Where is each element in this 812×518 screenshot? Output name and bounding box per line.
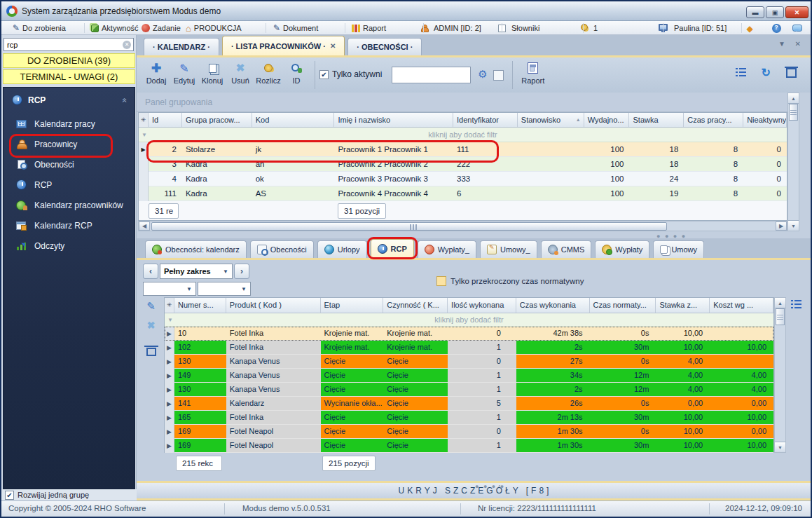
fit-columns-icon[interactable] (146, 348, 156, 356)
detail-tab[interactable]: Wypłaty_ (418, 240, 476, 258)
help-icon[interactable] (769, 22, 783, 34)
sidebar-item[interactable]: Kalendarz pracy (4, 114, 135, 134)
tab-kalendarz[interactable]: · KALENDARZ · (144, 38, 219, 55)
usun-button[interactable]: Usuń (226, 61, 254, 85)
next-range-button[interactable]: › (234, 264, 249, 279)
sidebar-item[interactable]: Odczyty (4, 236, 135, 256)
vertical-scrollbar[interactable]: ▲ ▼ (787, 93, 799, 231)
column-header[interactable]: Stawka z... (656, 298, 710, 313)
rcp-row[interactable]: ▶ 149 Kanapa Venus Cięcie Cięcie 1 34s 1… (165, 369, 773, 383)
rcp-row[interactable]: ▶ 169 Fotel Neapol Cięcie Cięcie 0 1m 30… (165, 425, 773, 439)
column-header[interactable]: Id (149, 113, 182, 127)
rozlicz-button[interactable]: Rozlicz (254, 61, 282, 85)
toolbar-search-input[interactable] (392, 67, 471, 83)
rcp-row[interactable]: ▶ 169 Fotel Neapol Cięcie Cięcie 1 1m 30… (165, 439, 773, 453)
menu-item[interactable]: Raport (352, 21, 386, 35)
edit-pencil-icon[interactable] (146, 300, 156, 313)
column-header[interactable]: Wydajno... (584, 113, 630, 127)
paint-icon[interactable] (743, 22, 757, 34)
tab-lista-pracownikow[interactable]: · LISTA PRACOWNIKÓW · ✕ (222, 36, 345, 55)
column-header[interactable]: Koszt wg ... (710, 298, 773, 313)
rcp-row[interactable]: ▶ 10 Fotel Inka Krojenie mat. Krojenie m… (165, 327, 773, 341)
vertical-scrollbar[interactable]: ▲ ▼ (774, 297, 786, 453)
rcp-row[interactable]: ▶ 102 Fotel Inka Krojenie mat. Krojenie … (165, 341, 773, 355)
collapse-chevron-icon[interactable]: « (121, 97, 130, 102)
detail-tab[interactable]: Umowy_ (480, 240, 537, 258)
menu-item[interactable]: Dokument (273, 21, 318, 35)
menu-item[interactable]: Słowniki (509, 21, 539, 35)
column-header[interactable]: Stawka (629, 113, 684, 127)
rcp-row[interactable]: ▶ 130 Kanapa Venus Cięcie Cięcie 0 27s 0… (165, 355, 773, 369)
gear-icon[interactable] (478, 68, 487, 81)
sidebar-item[interactable]: Obecności (4, 154, 135, 175)
sidebar-item[interactable]: Kalendarz pracowników (4, 195, 135, 215)
delete-x-icon[interactable] (147, 319, 156, 332)
tab-list-chevron-icon[interactable]: ▼ (778, 40, 785, 48)
rcp-row[interactable]: ▶ 130 Kanapa Venus Cięcie Cięcie 1 2s 12… (165, 383, 773, 397)
menu-item[interactable]: PRODUKCJA (186, 21, 242, 35)
terminal-uwagi-button[interactable]: TERMINAL - UWAGI (2) (3, 69, 135, 84)
tylko-aktywni-checkbox[interactable]: ✔ (319, 70, 329, 79)
hide-details-button[interactable]: ● ● ● ● UKRYJ SZCZEGÓŁY [F8] (137, 481, 812, 500)
column-header[interactable]: Czynność ( K... (383, 298, 448, 313)
minimize-button[interactable]: ▬ (746, 6, 764, 18)
sidebar-group-header[interactable]: RCP « (4, 88, 135, 114)
menu-item[interactable]: Zadanie (142, 21, 181, 35)
column-header[interactable]: Produkt ( Kod ) (226, 298, 321, 313)
filter-select-2[interactable]: ▼ (198, 282, 251, 296)
scroll-down-icon[interactable]: ▼ (775, 442, 785, 452)
employee-row[interactable]: ▶ 4 Kadra ok Pracownik 3 Pracownik 3 333… (139, 172, 787, 186)
detail-tab[interactable]: Obecności (250, 240, 314, 258)
todo-button[interactable]: DO ZROBIENIA (39) (3, 53, 135, 68)
column-header[interactable]: Etap (321, 298, 384, 313)
column-header[interactable]: Grupa pracow... (182, 113, 252, 127)
scrollbar-thumb[interactable] (151, 222, 667, 231)
tab-close-icon[interactable]: ✕ (330, 42, 336, 50)
column-header[interactable]: Czas pracy... (684, 113, 743, 127)
employee-row[interactable]: ▶ 2 Stolarze jk Pracownik 1 Pracownik 1 … (139, 142, 787, 157)
clear-search-icon[interactable]: ✕ (123, 41, 131, 49)
horizontal-scrollbar[interactable]: ◀ ▶ (138, 221, 787, 231)
raport-button[interactable]: Raport (517, 61, 549, 85)
tab-strip-close-icon[interactable]: ✕ (795, 40, 801, 48)
id-button[interactable]: ID (282, 61, 310, 85)
column-header[interactable]: Identyfikator (453, 113, 518, 127)
chat-icon[interactable] (790, 22, 804, 34)
employee-row[interactable]: ▶ 3 Kadra an Pracownik 2 Pracownik 2 222… (139, 157, 787, 172)
scrollbar-thumb[interactable] (776, 308, 785, 325)
refresh-icon[interactable] (762, 66, 771, 79)
column-header[interactable]: Nieaktywny (743, 113, 787, 127)
group-panel[interactable]: Panel grupowania (137, 93, 787, 112)
menu-item[interactable]: Aktywność (91, 21, 139, 35)
toolbar-option-box[interactable] (493, 70, 504, 81)
column-header[interactable]: Czas normaty... (590, 298, 656, 313)
column-header[interactable]: Ilość wykonana (448, 298, 516, 313)
detail-tab[interactable]: Obecności: kalendarz (145, 240, 247, 258)
filter-row[interactable]: ▼ kliknij aby dodać filtr (139, 128, 787, 142)
column-header[interactable]: Kod (252, 113, 335, 127)
scroll-down-icon[interactable]: ▼ (788, 220, 799, 231)
filter-select-1[interactable]: ▼ (143, 282, 196, 296)
menu-item[interactable]: Paulina [ID: 51] (671, 21, 727, 35)
tab-obecnosci[interactable]: · OBECNOŚCI · (347, 38, 422, 55)
menu-item[interactable]: ADMIN [ID: 2] (431, 21, 481, 35)
employee-row[interactable]: ▶ 111 Kadra AS Pracownik 4 Pracownik 4 6… (139, 186, 787, 201)
scroll-right-icon[interactable]: ▶ (776, 221, 787, 231)
sidebar-item[interactable]: Pracownicy (4, 134, 135, 154)
klonuj-button[interactable]: Klonuj (198, 61, 226, 85)
detail-tab[interactable]: RCP (371, 239, 414, 258)
detail-tab[interactable]: Urlopy (317, 240, 367, 258)
detail-tab[interactable]: CMMS (541, 240, 592, 258)
detail-tab[interactable]: Umowy (653, 240, 704, 258)
menu-item[interactable]: Do zrobienia (13, 21, 66, 35)
scroll-up-icon[interactable]: ▲ (775, 298, 785, 308)
maximize-button[interactable]: ▣ (766, 6, 784, 18)
close-button[interactable]: ✕ (785, 6, 808, 18)
range-select[interactable]: Pełny zakres ▼ (160, 264, 233, 279)
fit-columns-icon[interactable] (786, 68, 797, 78)
filter-row[interactable]: ▼ kliknij aby dodać filtr (165, 313, 773, 327)
rcp-row[interactable]: ▶ 141 Kalendarz Wycinanie okła... Cięcie… (165, 397, 773, 411)
scrollbar-thumb[interactable] (789, 104, 798, 121)
sidebar-item[interactable]: Kalendarz RCP (4, 215, 135, 236)
prev-range-button[interactable]: ‹ (143, 264, 158, 279)
